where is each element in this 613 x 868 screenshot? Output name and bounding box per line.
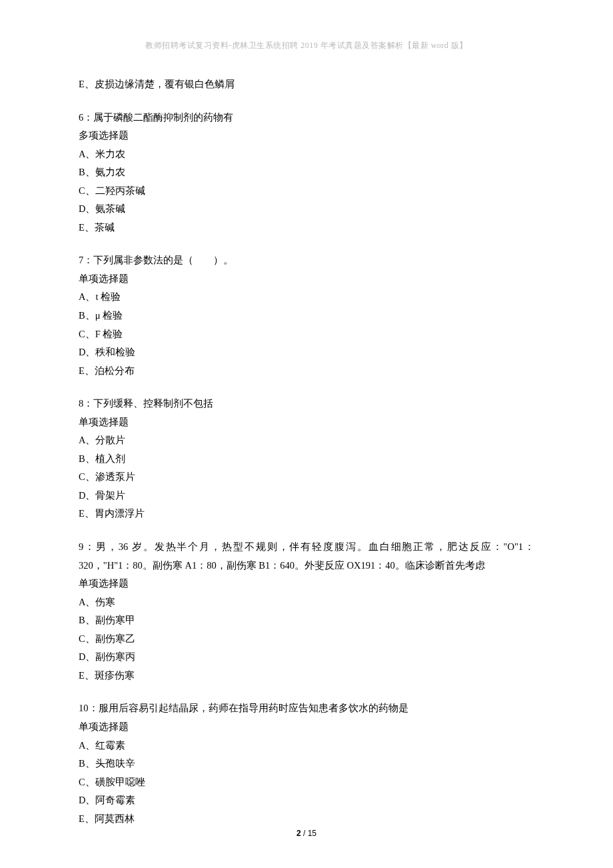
page-header: 教师招聘考试复习资料-虎林卫生系统招聘 2019 年考试真题及答案解析【最新 w… (79, 40, 534, 51)
question-option: C、磺胺甲噁唑 (79, 773, 534, 792)
question-option: D、骨架片 (79, 487, 534, 505)
question-option: B、头孢呋辛 (79, 755, 534, 773)
page-current: 2 (297, 829, 301, 838)
question-option: E、阿莫西林 (79, 810, 534, 829)
question-block: 6：属于磷酸二酯酶抑制剂的药物有多项选择题A、米力农B、氨力农C、二羟丙茶碱D、… (79, 109, 534, 237)
question-option: A、t 检验 (79, 288, 534, 307)
question-option: D、秩和检验 (79, 343, 534, 362)
question-option: A、分散片 (79, 431, 534, 450)
question-option: B、副伤寒甲 (79, 611, 534, 630)
question-block: 9：男，36 岁。发热半个月，热型不规则，伴有轻度腹泻。血白细胞正常，肥达反应：… (79, 538, 534, 685)
question-stem: 7：下列属非参数法的是（ ）。 (79, 251, 534, 270)
prev-question-tail-option: E、皮损边缘清楚，覆有银白色鳞屑 (79, 75, 534, 94)
question-option: E、斑疹伤寒 (79, 667, 534, 685)
question-option: A、红霉素 (79, 737, 534, 755)
page-sep: / (301, 829, 308, 838)
question-stem: 10：服用后容易引起结晶尿，药师在指导用药时应告知患者多饮水的药物是 (79, 699, 534, 718)
question-option: A、米力农 (79, 145, 534, 164)
document-body: E、皮损边缘清楚，覆有银白色鳞屑 6：属于磷酸二酯酶抑制剂的药物有多项选择题A、… (79, 75, 534, 828)
question-option: B、植入剂 (79, 450, 534, 469)
question-option: D、副伤寒丙 (79, 648, 534, 667)
question-option: E、胃内漂浮片 (79, 505, 534, 523)
question-type: 单项选择题 (79, 413, 534, 432)
question-option: D、氨茶碱 (79, 200, 534, 219)
page-footer: 2 / 15 (0, 829, 613, 838)
question-type: 多项选择题 (79, 127, 534, 145)
page-total: 15 (308, 829, 316, 838)
question-option: E、茶碱 (79, 219, 534, 237)
question-option: A、伤寒 (79, 593, 534, 612)
question-option: B、氨力农 (79, 163, 534, 182)
question-block: 8：下列缓释、控释制剂不包括单项选择题A、分散片B、植入剂C、渗透泵片D、骨架片… (79, 395, 534, 523)
question-option: B、μ 检验 (79, 307, 534, 325)
question-stem: 6：属于磷酸二酯酶抑制剂的药物有 (79, 109, 534, 127)
question-option: E、泊松分布 (79, 362, 534, 381)
question-option: D、阿奇霉素 (79, 791, 534, 810)
question-type: 单项选择题 (79, 718, 534, 737)
question-block: 7：下列属非参数法的是（ ）。单项选择题A、t 检验B、μ 检验C、F 检验D、… (79, 251, 534, 380)
question-option: C、F 检验 (79, 325, 534, 344)
question-stem: 9：男，36 岁。发热半个月，热型不规则，伴有轻度腹泻。血白细胞正常，肥达反应：… (79, 538, 534, 575)
question-option: C、二羟丙茶碱 (79, 182, 534, 201)
question-option: C、副伤寒乙 (79, 630, 534, 649)
question-type: 单项选择题 (79, 575, 534, 593)
question-type: 单项选择题 (79, 270, 534, 289)
question-block: 10：服用后容易引起结晶尿，药师在指导用药时应告知患者多饮水的药物是单项选择题A… (79, 699, 534, 828)
question-option: C、渗透泵片 (79, 468, 534, 487)
question-stem: 8：下列缓释、控释制剂不包括 (79, 395, 534, 413)
